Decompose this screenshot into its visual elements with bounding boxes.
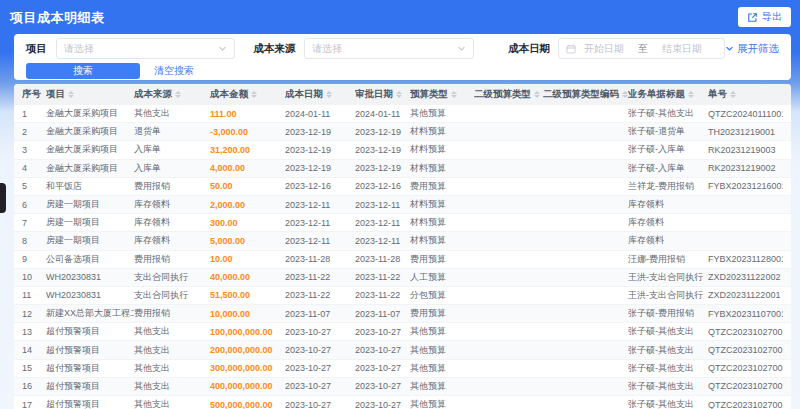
cell-cost-amount: 200,000,000.00: [210, 345, 285, 355]
cell-doc-title: 张子硕-费用报销: [628, 307, 708, 320]
cell-cost-source: 入库单: [134, 143, 210, 156]
export-button[interactable]: 导出: [738, 7, 791, 27]
cell-doc-no: FYBX20231128001: [708, 254, 783, 264]
cell-cost-source: 支出合同执行: [134, 289, 210, 302]
table-header-row: 序号项目成本来源成本金额成本日期审批日期预算类型二级预算类型二级预算类型编码业务…: [14, 84, 791, 105]
sort-icon[interactable]: [534, 91, 540, 98]
cell-project: 超付预警项目: [46, 380, 134, 393]
cell-project: WH20230831: [46, 272, 134, 282]
sort-icon[interactable]: [688, 91, 694, 98]
cell-budget-type: 费用预算: [410, 180, 474, 193]
table-row: 7房建一期项目库存领料300.002023-12-112023-12-11材料预…: [14, 214, 791, 232]
sort-icon[interactable]: [326, 91, 332, 98]
cell-budget-type: 材料预算: [410, 125, 474, 138]
cell-doc-no: TH20231219001: [708, 127, 783, 137]
table-row: 17超付预警项目其他支出500,000,000.002023-10-272023…: [14, 396, 791, 409]
cell-doc-no: FYBX20231216001: [708, 181, 783, 191]
cell-cost-date: 2023-10-27: [285, 400, 355, 409]
cell-cost-source: 退货单: [134, 125, 210, 138]
column-label: 审批日期: [355, 88, 393, 101]
column-label: 二级预算类型编码: [543, 88, 619, 101]
sort-icon[interactable]: [730, 91, 736, 98]
cell-approval-date: 2023-11-07: [355, 309, 410, 319]
column-header-10[interactable]: 单号: [708, 88, 783, 101]
cell-approval-date: 2023-10-27: [355, 381, 410, 391]
cell-project: 金融大厦采购项目: [46, 162, 134, 175]
cell-cost-amount: 4,000.00: [210, 163, 285, 173]
column-header-3[interactable]: 成本金额: [210, 88, 285, 101]
start-date-input[interactable]: 开始日期: [584, 42, 624, 56]
cell-cost-date: 2023-12-19: [285, 163, 355, 173]
project-select[interactable]: 请选择: [56, 38, 235, 59]
column-header-7[interactable]: 二级预算类型: [474, 88, 543, 101]
column-label: 序号: [22, 88, 41, 101]
column-header-8[interactable]: 二级预算类型编码: [543, 88, 628, 101]
cell-cost-amount: 50.00: [210, 181, 285, 191]
table-row: 12新建XX总部大厦工程二期费用报销10,000.002023-11-07202…: [14, 305, 791, 323]
cell-doc-no: RK20231219003: [708, 145, 783, 155]
sort-icon[interactable]: [396, 91, 402, 98]
end-date-input[interactable]: 结束日期: [662, 42, 702, 56]
sort-icon[interactable]: [68, 91, 74, 98]
cell-doc-title: 库存领料: [628, 234, 708, 247]
cell-cost-source: 费用报销: [134, 180, 210, 193]
expand-filters-link[interactable]: 展开筛选: [725, 42, 779, 56]
export-label: 导出: [762, 10, 782, 24]
sort-icon[interactable]: [175, 91, 181, 98]
cell-index: 11: [22, 290, 46, 300]
cost-date-range-picker[interactable]: 开始日期 至 结束日期: [558, 38, 725, 59]
cell-budget-type: 材料预算: [410, 216, 474, 229]
cell-doc-no: QTZC20240111001: [708, 109, 783, 119]
drawer-handle[interactable]: [0, 183, 6, 213]
cell-budget-type: 材料预算: [410, 234, 474, 247]
sort-icon[interactable]: [251, 91, 257, 98]
clear-search-link[interactable]: 清空搜索: [154, 64, 194, 78]
table-row: 9公司备选项目费用报销10.002023-11-282023-11-28费用预算…: [14, 251, 791, 269]
cell-cost-source: 库存领料: [134, 198, 210, 211]
column-label: 成本金额: [210, 88, 248, 101]
cell-cost-date: 2023-11-07: [285, 309, 355, 319]
cell-project: 超付预警项目: [46, 344, 134, 357]
cost-source-select[interactable]: 请选择: [304, 38, 474, 59]
column-header-5[interactable]: 审批日期: [355, 88, 410, 101]
column-header-9[interactable]: 业务单据标题: [628, 88, 708, 101]
column-header-1[interactable]: 项目: [46, 88, 134, 101]
column-label: 项目: [46, 88, 65, 101]
cell-budget-type: 分包预算: [410, 289, 474, 302]
cell-budget-type: 其他预算: [410, 107, 474, 120]
cell-index: 2: [22, 127, 46, 137]
cell-approval-date: 2023-12-11: [355, 200, 410, 210]
cell-index: 3: [22, 145, 46, 155]
cell-approval-date: 2023-12-19: [355, 127, 410, 137]
cell-cost-source: 库存领料: [134, 234, 210, 247]
column-header-4[interactable]: 成本日期: [285, 88, 355, 101]
cell-index: 12: [22, 309, 46, 319]
search-button[interactable]: 搜索: [26, 63, 140, 79]
chevron-down-icon: [218, 44, 227, 53]
cell-cost-source: 其他支出: [134, 344, 210, 357]
cell-budget-type: 其他预算: [410, 362, 474, 375]
cell-index: 10: [22, 272, 46, 282]
cell-project: WH20230831: [46, 290, 134, 300]
column-header-0[interactable]: 序号: [22, 88, 46, 101]
sort-icon[interactable]: [451, 91, 457, 98]
column-label: 二级预算类型: [474, 88, 531, 101]
cell-doc-title: 张子硕-其他支出: [628, 344, 708, 357]
cell-approval-date: 2023-12-16: [355, 181, 410, 191]
cell-cost-source: 费用报销: [134, 253, 210, 266]
page-title: 项目成本明细表: [10, 9, 105, 27]
cell-project: 金融大厦采购项目: [46, 143, 134, 156]
cell-cost-amount: 31,200.00: [210, 145, 285, 155]
cell-approval-date: 2023-11-22: [355, 290, 410, 300]
top-bar: 项目成本明细表 导出: [0, 0, 800, 34]
cell-cost-date: 2023-11-22: [285, 290, 355, 300]
column-header-2[interactable]: 成本来源: [134, 88, 210, 101]
cell-approval-date: 2023-12-19: [355, 163, 410, 173]
table-row: 16超付预警项目其他支出400,000,000.002023-10-272023…: [14, 378, 791, 396]
cell-cost-source: 库存领料: [134, 216, 210, 229]
cell-cost-date: 2023-10-27: [285, 363, 355, 373]
cell-doc-no: QTZC20231027002: [708, 400, 783, 409]
column-header-6[interactable]: 预算类型: [410, 88, 474, 101]
table-body: 1金融大厦采购项目其他支出111.002024-01-112024-01-11其…: [14, 105, 791, 409]
cell-project: 超付预警项目: [46, 398, 134, 409]
